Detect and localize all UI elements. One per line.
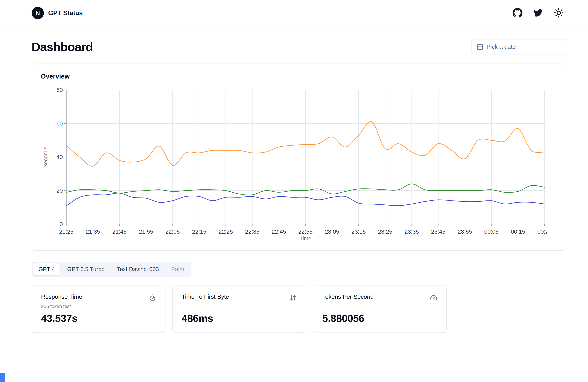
github-link[interactable]: [513, 8, 523, 18]
stat-subtitle: 256 token test: [41, 304, 156, 310]
svg-text:21:55: 21:55: [139, 228, 153, 235]
svg-text:21:35: 21:35: [86, 228, 100, 235]
tab-gpt-3-5-turbo[interactable]: GPT 3.5 Turbo: [62, 263, 110, 276]
stat-value: 486ms: [182, 312, 296, 324]
stat-title: Tokens Per Second: [322, 293, 374, 300]
svg-text:22:05: 22:05: [166, 228, 180, 235]
overview-card: Overview 21:2521:3521:4521:5522:0522:152…: [32, 63, 567, 251]
stat-card-ttfb: Time To First Byte 486ms: [172, 285, 306, 333]
svg-text:00:15: 00:15: [511, 228, 525, 235]
stat-subtitle: [182, 304, 296, 310]
stat-value: 5.880056: [322, 312, 437, 324]
svg-text:22:45: 22:45: [272, 228, 286, 235]
stat-title: Time To First Byte: [182, 293, 229, 300]
nav-icons: [513, 8, 564, 19]
svg-text:40: 40: [57, 154, 63, 160]
stat-card-tokens-per-second: Tokens Per Second 5.880056: [313, 285, 447, 333]
date-picker-label: Pick a date: [486, 43, 516, 50]
svg-text:Time: Time: [300, 236, 311, 241]
timer-icon: [149, 294, 156, 302]
overview-title: Overview: [41, 73, 558, 80]
svg-text:21:45: 21:45: [112, 228, 127, 235]
svg-text:23:25: 23:25: [378, 228, 392, 235]
sun-icon: [554, 8, 564, 19]
svg-text:23:05: 23:05: [325, 228, 339, 235]
svg-text:Seconds: Seconds: [43, 147, 49, 167]
dev-indicator-badge: [0, 373, 5, 382]
theme-toggle-button[interactable]: [554, 8, 564, 19]
twitter-icon: [533, 8, 543, 18]
model-tabs: GPT 4 GPT 3.5 Turbo Text Davinci 003 Pal…: [32, 262, 191, 277]
stat-subtitle: [322, 304, 437, 310]
stat-title: Response Time: [41, 293, 82, 300]
svg-text:60: 60: [57, 120, 63, 127]
page-title: Dashboard: [32, 40, 93, 54]
svg-text:23:15: 23:15: [352, 228, 366, 235]
tab-palm[interactable]: Palm: [166, 263, 190, 276]
calendar-icon: [477, 43, 483, 50]
overview-chart: 21:2521:3521:4521:5522:0522:1522:2522:35…: [41, 87, 558, 241]
github-icon: [513, 8, 523, 18]
navbar: N GPT Status: [0, 0, 588, 26]
stat-card-response-time: Response Time 256 token test 43.537s: [32, 285, 166, 333]
svg-text:22:55: 22:55: [298, 228, 313, 235]
twitter-link[interactable]: [533, 8, 543, 18]
logo-letter: N: [36, 10, 40, 16]
svg-text:22:15: 22:15: [192, 228, 207, 235]
svg-text:20: 20: [57, 187, 63, 194]
svg-text:23:55: 23:55: [458, 228, 472, 235]
svg-text:23:35: 23:35: [405, 228, 419, 235]
tab-gpt-4[interactable]: GPT 4: [33, 263, 61, 276]
page-header: Dashboard Pick a date: [32, 39, 567, 55]
line-chart: 21:2521:3521:4521:5522:0522:1522:2522:35…: [41, 87, 547, 241]
svg-text:80: 80: [57, 87, 63, 93]
app-logo: N: [32, 7, 44, 19]
svg-text:00:25: 00:25: [537, 228, 547, 235]
svg-text:0: 0: [60, 221, 63, 227]
main-content: Dashboard Pick a date Overview 21:2521:3…: [0, 39, 588, 333]
svg-text:21:25: 21:25: [59, 228, 74, 235]
svg-text:23:45: 23:45: [431, 228, 446, 235]
arrow-down-up-icon: [290, 294, 296, 302]
stat-value: 43.537s: [41, 312, 156, 324]
svg-text:22:35: 22:35: [245, 228, 260, 235]
gauge-icon: [430, 294, 437, 302]
svg-text:00:05: 00:05: [484, 228, 499, 235]
stats-row: Response Time 256 token test 43.537s Tim…: [32, 285, 567, 333]
svg-text:22:25: 22:25: [219, 228, 233, 235]
date-picker-button[interactable]: Pick a date: [471, 39, 567, 55]
tab-text-davinci-003[interactable]: Text Davinci 003: [111, 263, 165, 276]
app-title: GPT Status: [48, 9, 83, 17]
